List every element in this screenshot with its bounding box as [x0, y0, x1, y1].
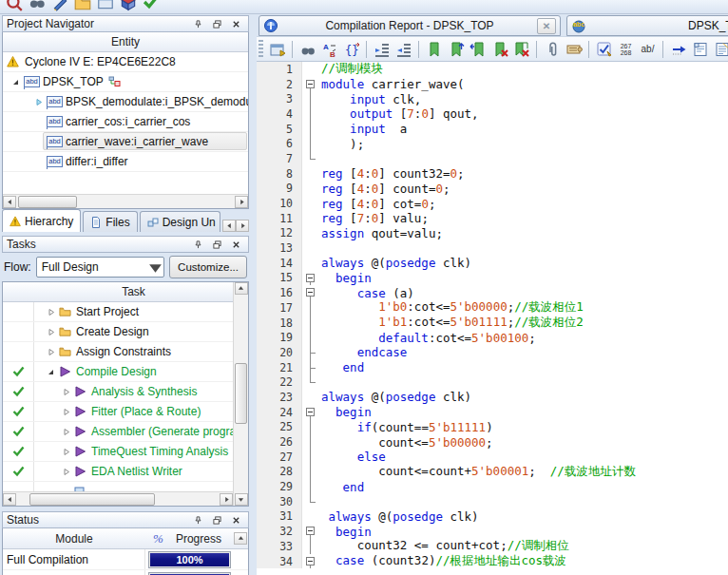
tab-hierarchy[interactable]: Hierarchy [2, 209, 81, 232]
scroll-left-icon[interactable] [3, 196, 16, 208]
find-icon[interactable] [297, 39, 317, 59]
compile-cube-icon[interactable] [120, 0, 137, 11]
task-row[interactable]: Compile Design [3, 362, 233, 382]
tab-files[interactable]: Files [83, 211, 137, 232]
expander-icon[interactable] [44, 348, 57, 356]
check-icon[interactable] [143, 0, 160, 11]
replace-icon[interactable]: AB [319, 39, 339, 59]
bookmark-delete-all-icon[interactable] [511, 39, 531, 59]
code-line[interactable]: 19 default:cot<=5'b00100; [257, 330, 728, 345]
bookmark-prev-icon[interactable] [468, 39, 488, 59]
float-icon[interactable] [209, 238, 225, 252]
entity-tree-row[interactable]: abdcarrier_wave:i_carrier_wave [3, 132, 248, 152]
code-line[interactable]: 13 [257, 240, 728, 256]
code-line[interactable]: 9reg [4:0] count=0; [257, 182, 728, 197]
bookmark-next-icon[interactable] [446, 39, 466, 59]
fold-toggle-icon[interactable] [302, 554, 318, 569]
expander-icon[interactable] [9, 78, 22, 86]
tabs-scroll-right-icon[interactable] [236, 220, 249, 232]
pin-icon[interactable] [190, 513, 206, 527]
code-line[interactable]: 2module carrier_wave( [257, 77, 728, 92]
code-line[interactable]: 23always @(posedge clk) [257, 390, 728, 405]
task-row[interactable]: Assembler (Generate program [3, 422, 233, 442]
expander-icon[interactable] [59, 448, 72, 456]
expander-icon[interactable] [59, 388, 72, 396]
code-line[interactable]: 14always @(posedge clk) [257, 256, 728, 271]
code-line[interactable]: 34 case (count32)//根据地址输出cos载波 [257, 554, 728, 569]
code-line[interactable]: 32 begin [257, 524, 728, 539]
scroll-down-icon[interactable] [235, 493, 248, 506]
tasks-hscrollbar[interactable] [3, 491, 233, 506]
task-row[interactable]: Start Project [3, 302, 233, 322]
flow-select[interactable]: Full Design [36, 257, 164, 278]
code-line[interactable]: 8reg [4:0] count32=0; [257, 166, 728, 182]
expander-icon[interactable] [44, 328, 57, 336]
entity-tree-row[interactable]: abdDPSK_TOP [3, 72, 248, 92]
unindent-icon[interactable] [393, 39, 413, 59]
brace-icon[interactable]: {} [341, 39, 361, 59]
indent-icon[interactable] [372, 39, 392, 59]
expander-icon[interactable] [59, 468, 72, 476]
code-line[interactable]: 30 [257, 494, 728, 509]
code-line[interactable]: 18 1'b1:cot<=5'b01111;//载波相位2 [257, 316, 728, 331]
task-row[interactable] [3, 482, 233, 491]
expander-icon[interactable] [31, 98, 45, 106]
task-row[interactable]: EDA Netlist Writer [3, 462, 233, 482]
code-line[interactable]: 6 ); [257, 136, 728, 151]
float-icon[interactable] [209, 17, 225, 31]
task-row[interactable]: TimeQuest Timing Analysis [3, 442, 233, 462]
close-icon[interactable] [228, 513, 244, 527]
code-line[interactable]: 12assign qout=valu; [257, 226, 728, 241]
code-line[interactable]: 10reg [4:0] cot=0; [257, 196, 728, 211]
status-titlebar[interactable]: Status [2, 511, 249, 528]
customize-button[interactable]: Customize... [169, 256, 247, 278]
fold-toggle-icon[interactable] [302, 271, 318, 286]
float-icon[interactable] [209, 513, 225, 527]
doc-b-icon[interactable] [712, 39, 728, 59]
close-icon[interactable]: ✕ [537, 18, 556, 34]
bookmark-icon[interactable] [424, 39, 444, 59]
close-icon[interactable] [228, 17, 244, 31]
hscroll-thumb[interactable] [18, 196, 77, 208]
comment-icon[interactable]: ab/ [638, 39, 658, 59]
expander-icon[interactable] [44, 308, 57, 316]
code-line[interactable]: 25 if(count==5'b11111) [257, 420, 728, 435]
edit-icon[interactable] [51, 0, 68, 11]
compilation-report-tab[interactable]: Compilation Report - DPSK_TOP ✕ [259, 15, 561, 36]
pin-icon[interactable] [190, 17, 206, 31]
spellcheck-icon[interactable] [594, 39, 614, 59]
navigator-hscrollbar[interactable] [3, 194, 248, 208]
tabs-scroll-left-icon[interactable] [222, 220, 236, 232]
fold-toggle-icon[interactable] [302, 77, 318, 92]
task-row[interactable]: Assign Constraints [3, 342, 233, 362]
code-line[interactable]: 16 case (a) [257, 285, 728, 300]
vscroll-thumb[interactable] [235, 363, 247, 424]
expander-icon[interactable] [59, 408, 72, 416]
task-row[interactable]: Analysis & Synthesis [3, 382, 233, 402]
scroll-up-icon[interactable] [235, 282, 248, 295]
open-project-icon[interactable] [74, 0, 91, 11]
paperclip-icon[interactable] [542, 39, 562, 59]
fold-toggle-icon[interactable] [302, 524, 318, 539]
code-line[interactable]: 15 begin [257, 271, 728, 286]
code-editor[interactable]: 1//调制模块2module carrier_wave(3 input clk,… [257, 62, 728, 575]
code-line[interactable]: 33 count32 <= count+cot;//调制相位 [257, 539, 728, 554]
expander-icon[interactable] [59, 428, 72, 436]
open-in-main-icon[interactable] [267, 39, 287, 59]
scroll-left-icon[interactable] [3, 493, 16, 506]
toolbar-grip[interactable] [259, 40, 263, 59]
tasks-vscrollbar[interactable] [233, 282, 248, 506]
code-line[interactable]: 7 [257, 151, 728, 166]
macro-icon[interactable] [564, 39, 584, 59]
entity-tree-row[interactable]: abddiffer:i_differ [3, 152, 248, 172]
tab-design-un[interactable]: Design Un [140, 211, 220, 232]
scroll-up-icon[interactable] [234, 532, 247, 545]
entity-tree-row[interactable]: abdBPSK_demodulate:i_BPSK_demodulate [3, 92, 248, 112]
entity-tree-row[interactable]: abdcarrier_cos:i_carrier_cos [3, 112, 248, 132]
tasks-titlebar[interactable]: Tasks [2, 236, 249, 253]
scroll-right-icon[interactable] [235, 196, 248, 208]
code-line[interactable]: 22 [257, 374, 728, 390]
code-line[interactable]: 5 input a [257, 122, 728, 137]
code-line[interactable]: 20 endcase [257, 345, 728, 360]
fold-toggle-icon[interactable] [302, 285, 318, 300]
